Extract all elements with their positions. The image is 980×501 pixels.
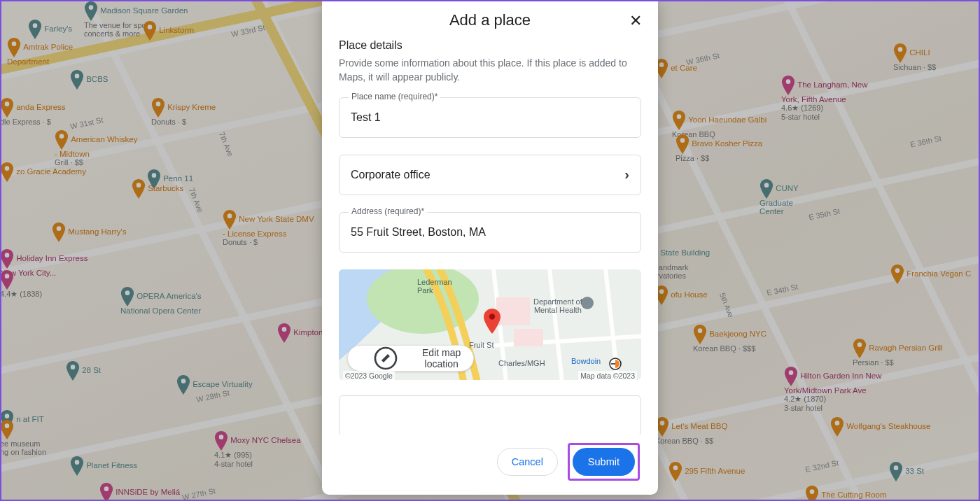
svg-point-63 [581,297,594,309]
map-label-fruit: Fruit St [469,341,493,349]
modal-title: Add a place [357,11,623,29]
category-field-wrap: Corporate office › [339,155,641,195]
map-pin-icon [484,309,500,334]
category-select[interactable]: Corporate office › [339,155,641,195]
cancel-button-label: Cancel [512,456,543,467]
category-value: Corporate office [351,169,430,181]
place-name-field-wrap: Place name (required)* [339,97,641,138]
svg-rect-62 [514,329,543,346]
map-thumbnail[interactable]: Lederman Park Department of Mental Healt… [339,269,641,380]
address-field-wrap: Address (required)* [339,212,641,253]
address-label: Address (required)* [349,206,427,216]
address-input[interactable] [339,212,641,253]
modal-header: Add a place ✕ [322,1,658,35]
edit-map-location-button[interactable]: Edit map location [347,345,474,372]
svg-rect-61 [496,297,530,325]
submit-button[interactable]: Submit [573,448,635,476]
place-name-label: Place name (required)* [349,92,440,101]
edit-map-location-label: Edit map location [421,347,463,369]
modal-footer: Cancel Submit [322,435,658,495]
submit-button-label: Submit [588,456,620,467]
edit-location-icon [356,346,415,371]
modal-body[interactable]: Place details Provide some information a… [322,35,658,435]
map-label-bowdoin: Bowdoin [571,357,601,365]
add-place-modal: Add a place ✕ Place details Provide some… [322,0,658,495]
close-button[interactable]: ✕ [626,11,645,31]
map-label-cmgh: Charles/MGH [498,359,545,367]
map-label-dept: Department of Mental Health [533,297,582,314]
map-data-attribution: Map data ©2023 [578,371,637,380]
submit-highlight-box: Submit [568,443,640,481]
map-label-park: Lederman Park [417,278,452,295]
section-description: Provide some information about this plac… [339,56,641,85]
map-copyright: ©2023 Google [343,371,395,380]
section-title: Place details [339,39,641,52]
svg-point-66 [489,314,495,320]
close-icon: ✕ [629,12,642,29]
chevron-right-icon: › [624,167,629,183]
cancel-button[interactable]: Cancel [497,448,558,476]
next-field-outline[interactable] [339,395,641,435]
place-name-input[interactable] [339,97,641,138]
